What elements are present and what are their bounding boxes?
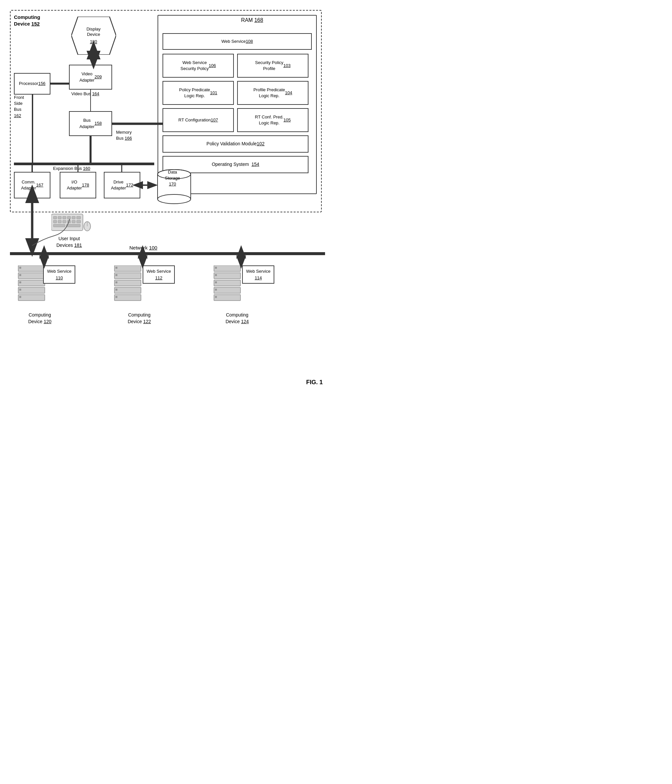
memory-bus-label: MemoryBus 166: [116, 129, 132, 142]
svg-rect-11: [53, 216, 57, 219]
svg-rect-33: [18, 287, 45, 293]
svg-point-8: [158, 194, 191, 204]
svg-rect-31: [18, 280, 45, 286]
svg-rect-20: [67, 220, 71, 223]
bus-adapter-box: BusAdapter158: [69, 111, 112, 136]
cd122-label: ComputingDevice 122: [118, 312, 161, 325]
ws110-box: Web Service110: [43, 265, 75, 284]
svg-rect-32: [19, 282, 21, 283]
svg-rect-24: [66, 224, 80, 227]
comm-adapter-box: Comm.Adapter167: [14, 172, 50, 198]
io-adapter-box: I/OAdapter178: [60, 172, 96, 198]
svg-rect-29: [18, 273, 45, 279]
svg-rect-46: [115, 296, 117, 298]
wssp106-box: Web ServiceSecurity Policy 106: [163, 54, 234, 78]
svg-rect-43: [115, 287, 141, 293]
svg-rect-53: [214, 287, 241, 293]
svg-rect-28: [19, 267, 21, 269]
ram-label: RAM 168: [206, 17, 298, 23]
ws108-box: Web Service 108: [163, 33, 312, 50]
video-adapter-box: VideoAdapter209: [69, 65, 112, 90]
svg-rect-12: [58, 216, 61, 219]
display-device-shape: Display Device 180: [71, 17, 116, 55]
svg-rect-19: [63, 220, 66, 223]
rtcplr105-box: RT Conf. Pred.Logic Rep. 105: [237, 108, 309, 132]
computing-device-label: Computing Device 152: [14, 14, 40, 27]
network-label: Network 100: [129, 245, 157, 250]
svg-rect-39: [115, 273, 141, 279]
svg-rect-41: [115, 280, 141, 286]
pplr104-box: Profile PredicateLogic Rep. 104: [237, 81, 309, 105]
network-line: [10, 252, 325, 255]
rtc107-box: RT Configuration107: [163, 108, 234, 132]
svg-rect-54: [215, 289, 217, 291]
svg-rect-42: [115, 282, 117, 283]
svg-rect-14: [67, 216, 71, 219]
svg-rect-40: [115, 274, 117, 276]
svg-rect-22: [77, 220, 81, 223]
svg-rect-36: [19, 296, 21, 298]
processor-box: Processor156: [14, 73, 50, 95]
ws114-box: Web Service114: [242, 265, 274, 284]
svg-rect-44: [115, 289, 117, 291]
fsb-label: FrontSideBus162: [14, 95, 24, 119]
svg-rect-35: [18, 295, 45, 300]
uid-label: User InputDevices 181: [56, 236, 82, 249]
svg-rect-49: [214, 273, 241, 279]
diagram: Computing Device 152 RAM 168 Web Service…: [0, 0, 336, 392]
svg-rect-52: [215, 282, 217, 283]
keyboard-icon: [51, 212, 91, 235]
svg-rect-17: [53, 220, 57, 223]
ws114-group: [212, 265, 245, 306]
svg-rect-30: [19, 274, 21, 276]
fig-label: FIG. 1: [306, 379, 323, 386]
video-bus-label: Video Bus 164: [71, 91, 99, 96]
ws112-box: Web Service112: [143, 265, 175, 284]
svg-rect-16: [77, 216, 81, 219]
pplr101-box: Policy PredicateLogic Rep. 101: [163, 81, 234, 105]
ws112-group: [113, 265, 146, 306]
cd124-label: ComputingDevice 124: [216, 312, 259, 325]
pvm102-box: Policy Validation Module 102: [163, 135, 309, 152]
svg-rect-34: [19, 289, 21, 291]
svg-rect-47: [214, 265, 241, 271]
cd120-label: ComputingDevice 120: [18, 312, 61, 325]
svg-rect-37: [115, 265, 141, 271]
svg-rect-50: [215, 274, 217, 276]
svg-rect-45: [115, 295, 141, 300]
svg-text:180: 180: [90, 39, 97, 44]
expansion-bus-label: Expansion Bus 160: [53, 166, 90, 171]
svg-rect-15: [72, 216, 75, 219]
svg-text:Device: Device: [87, 32, 100, 37]
drive-adapter-box: DriveAdapter172: [104, 172, 140, 198]
svg-rect-51: [214, 280, 241, 286]
spp103-box: Security PolicyProfile 103: [237, 54, 309, 78]
data-storage-label: DataStorage170: [152, 169, 192, 187]
svg-rect-56: [215, 296, 217, 298]
svg-rect-23: [53, 224, 65, 227]
svg-rect-38: [115, 267, 117, 269]
svg-rect-27: [18, 265, 45, 271]
svg-rect-21: [72, 220, 75, 223]
svg-text:Display: Display: [87, 26, 101, 31]
svg-rect-48: [215, 267, 217, 269]
svg-rect-13: [63, 216, 66, 219]
svg-rect-18: [58, 220, 61, 223]
svg-rect-55: [214, 295, 241, 300]
